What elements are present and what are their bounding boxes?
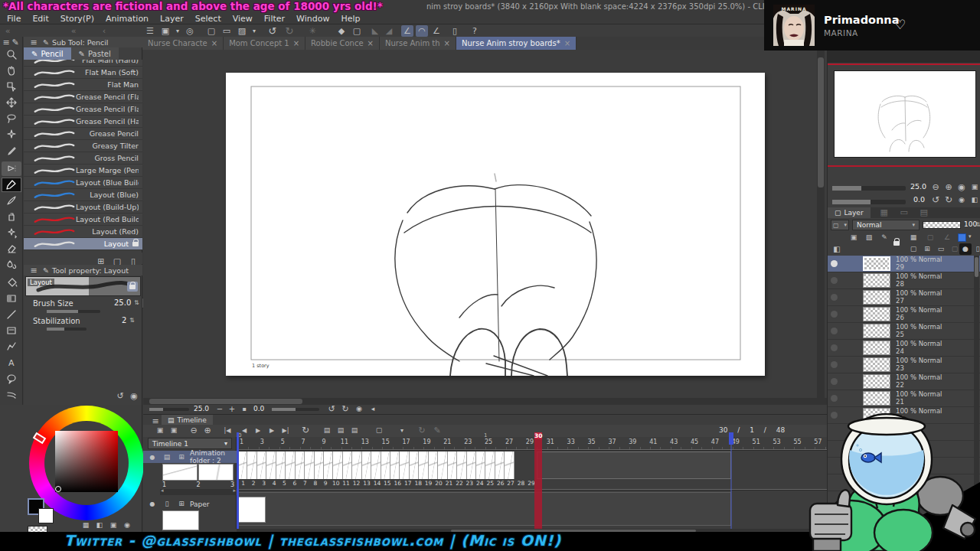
brush-item[interactable]: Layout (Blue) (24, 189, 142, 201)
animation-folder-track[interactable]: ● ▤ ⊞ Animation folder : 2 (143, 451, 237, 463)
brush-size-slider[interactable] (47, 310, 100, 313)
nav-rotate-right-icon[interactable]: ↻ (942, 194, 955, 206)
companion-icon[interactable]: ▯ (449, 25, 461, 37)
close-tab-icon[interactable]: × (564, 39, 570, 47)
layer-eye-icon[interactable] (831, 395, 838, 402)
nav-zoom-in-icon[interactable]: ⊕ (942, 181, 955, 193)
nav-fit-icon[interactable]: ◉ (956, 181, 968, 193)
nav-zoom-slider[interactable] (832, 186, 906, 191)
stabilization-value[interactable]: 2 (122, 316, 126, 324)
brush-item[interactable]: Grease Pencil (Hard) (24, 116, 142, 128)
draft-layer-icon[interactable]: ✎ (878, 232, 890, 243)
crop-frame-icon[interactable]: ▢ (351, 25, 363, 37)
layer-row[interactable]: 100 % Normal 28 (828, 272, 980, 289)
layer-thumbnail[interactable] (863, 357, 890, 372)
lock-alpha-icon[interactable]: ▨ (863, 232, 875, 243)
export-icon[interactable]: ▨ (236, 25, 248, 37)
menu-item[interactable]: Layer (160, 14, 184, 24)
zoom-value[interactable]: 25.0 (194, 405, 209, 412)
layer-eye-icon[interactable] (831, 260, 838, 267)
close-tab-icon[interactable]: × (211, 39, 217, 47)
timeline-zoom-out-icon[interactable]: ⊖ (188, 425, 200, 436)
brush-item[interactable]: Gross Pencil (24, 152, 142, 165)
track-eye-icon[interactable]: ● (146, 452, 158, 463)
brush-preset-preview[interactable]: Layout (25, 276, 141, 296)
paper-eye-icon[interactable]: ● (146, 498, 158, 510)
heart-icon[interactable]: ♡ (894, 17, 906, 32)
layer-thumbnail[interactable] (863, 273, 890, 288)
object-tool-icon[interactable] (2, 80, 21, 94)
layer-eye-icon[interactable] (831, 344, 838, 351)
paper-clip-region[interactable] (238, 492, 731, 526)
blend-mode-select[interactable]: Normal ▾ (852, 220, 920, 230)
layer-property-tab-icon[interactable]: ▦ (878, 207, 890, 218)
gradient-tool-icon[interactable] (2, 292, 21, 306)
layer-row[interactable]: 100 % Normal 21 (828, 390, 980, 407)
layer-thumbnail[interactable] (863, 341, 890, 355)
menu-item[interactable]: Animation (106, 14, 149, 24)
cel-thumb-1[interactable] (162, 464, 198, 481)
polyline-tool-icon[interactable] (2, 340, 21, 354)
brush-size-spinner[interactable]: ⇅ (134, 299, 139, 306)
sv-selector[interactable] (55, 486, 61, 492)
rotate-left-icon[interactable]: ↺ (325, 403, 338, 415)
layer-eye-icon[interactable] (831, 328, 838, 334)
mask-layer-icon[interactable]: ● (959, 243, 972, 255)
canvas-vscrollbar[interactable] (817, 50, 825, 398)
spray-tool-icon[interactable] (2, 210, 21, 224)
rotate-right-icon[interactable]: ↻ (339, 403, 351, 415)
brush-item[interactable]: Layout (24, 238, 142, 250)
layer-row[interactable]: 100 % Normal 26 (828, 306, 980, 323)
layer-thumb-size-dropdown[interactable]: ▢ ▾ (831, 220, 849, 230)
redo-icon[interactable]: ↻ (283, 25, 296, 37)
flip-view-icon[interactable]: ◂ (367, 403, 379, 415)
pan-tool-icon[interactable] (2, 64, 21, 78)
panel-menu-icon[interactable]: ≡ (28, 266, 40, 276)
zoom-reset-icon[interactable]: ▪ (238, 403, 250, 415)
timeline-cel[interactable] (410, 452, 419, 479)
layer-color-swatch[interactable] (958, 233, 966, 242)
menu-item[interactable]: Help (341, 14, 360, 24)
timeline-cel[interactable] (438, 452, 447, 479)
fill-shape-icon[interactable]: ◆ (335, 25, 348, 37)
layer-scroll-thumb[interactable] (975, 257, 978, 277)
mask-a-icon[interactable]: ◣ (369, 25, 381, 37)
nav-zoom-value[interactable]: 25.0 (910, 182, 926, 191)
paper-track[interactable]: ● ▯ ⊞ Paper (143, 498, 237, 510)
brush-size-value[interactable]: 25.0 (114, 298, 131, 307)
layer-eye-icon[interactable] (831, 361, 838, 368)
zoom-tool-icon[interactable] (2, 47, 21, 62)
timeline-cel[interactable] (324, 452, 333, 479)
set-ref-icon[interactable]: ▢ (924, 232, 936, 243)
ruler-icon[interactable]: ∠ (941, 232, 953, 243)
eyedropper-tool-icon[interactable] (2, 144, 21, 158)
timeline-cel[interactable] (381, 452, 390, 479)
brush-item[interactable]: Greasy Tilter (24, 140, 142, 152)
timeline-cel[interactable] (419, 452, 428, 479)
timeline-cel[interactable] (390, 452, 400, 479)
end-marker[interactable] (729, 432, 733, 445)
menu-item[interactable]: File (7, 14, 21, 24)
timeline-cel[interactable] (485, 452, 495, 479)
timeline-cel[interactable] (315, 452, 324, 479)
timeline-cel[interactable] (333, 452, 342, 479)
vscroll-thumb[interactable] (818, 57, 824, 187)
brush-item[interactable]: Grease Pencil (Flat) (24, 103, 142, 116)
timeline-selector[interactable]: Timeline 1 ▾ (148, 438, 232, 449)
new-timeline-icon[interactable]: ▣ (154, 425, 166, 436)
timeline-grid[interactable]: 0 1 135791113151719212325272931333537394… (237, 432, 827, 529)
paper-cel[interactable] (238, 497, 266, 523)
reset-property-icon[interactable]: ↺ (114, 390, 126, 402)
layer-row[interactable]: 100 % Normal 27 (828, 289, 980, 306)
mask-b-icon[interactable]: ◢ (383, 25, 395, 37)
menu-item[interactable]: View (233, 14, 253, 24)
color-set-icon[interactable]: ◧ (93, 520, 106, 531)
timeline-cel[interactable] (247, 452, 256, 479)
timeline-cel[interactable] (495, 452, 505, 479)
document-tab[interactable]: Nurse Characte × (142, 37, 224, 50)
clipboard-icon[interactable]: ▢ (205, 25, 217, 37)
open-folder-icon[interactable]: ▭ (220, 25, 233, 37)
nav-rotate-slider[interactable] (832, 200, 906, 204)
brush-item[interactable]: Flat Man (Soft) (24, 67, 142, 79)
new-timeline-settings-icon[interactable]: ▣ (168, 425, 180, 436)
